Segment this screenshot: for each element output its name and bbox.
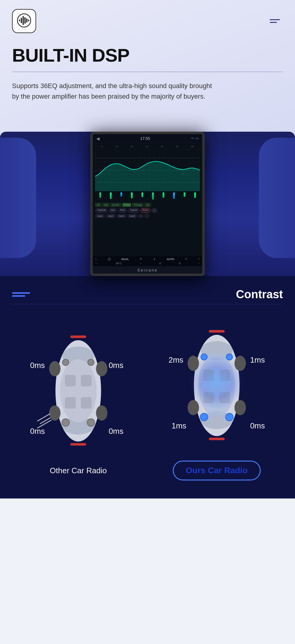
svg-point-42 [234,400,246,415]
ours-car-wrapper: 2ms 1ms [169,319,265,458]
eq-slider-7[interactable] [158,192,168,201]
vol-up-icon[interactable]: + [198,257,200,261]
device-screen: ◀ 17:55 〜 ▭ 5 10 15 20 25 30 36 [90,132,205,276]
dolby-button[interactable]: DOLBY [110,203,121,207]
other-timing-bot-right: 0ms [109,427,123,436]
home-icon[interactable]: ⌂ [95,257,97,261]
bottom-row2: ← 34°C ⬦ ⊝ 0 − [95,262,200,265]
eq-slider-6[interactable] [148,192,158,201]
svg-point-41 [188,400,199,415]
back-icon: ◀ [96,136,100,141]
ddd-button[interactable]: ddd [102,203,110,207]
popular-preset[interactable]: Popular [128,208,139,213]
contrast-lines-icon [12,292,30,297]
svg-point-15 [60,359,97,422]
svg-point-27 [88,359,94,365]
extra-button[interactable]: ●● [144,203,151,207]
classical-preset[interactable]: Classical [95,208,108,213]
ac-icon[interactable]: 🌡 [153,257,156,261]
eq-slider-8[interactable] [169,192,179,201]
user3-preset[interactable]: User3 [116,214,126,218]
ours-car-label-button[interactable]: Ours Car Radio [173,461,260,480]
wind-effect [36,417,53,427]
eq-freq-20: 20 [145,145,148,148]
other-car-label: Other Car Radio [50,466,107,475]
screen-bottombar: ⌂ ⏻ DUAL ❄ 🌡 AUTO ↺ + ← 34°C ⬦ ⊝ [93,256,202,266]
header-section: BUILT-IN DSP Supports 36EQ adjustment, a… [0,0,295,276]
brand-logo: Seicane [93,266,202,274]
page-title: BUILT-IN DSP [12,45,283,66]
eq-slider-9[interactable] [179,192,189,201]
svg-rect-19 [81,397,92,409]
eq-slider-10[interactable] [190,192,200,201]
eq-freq-5: 5 [101,145,103,148]
svg-rect-50 [209,438,225,440]
ours-timing-bot-left: 1ms [172,421,186,431]
svg-rect-18 [65,397,76,409]
contrast-line-2 [12,295,25,297]
eq-freq-10: 10 [115,145,118,148]
seat-icon[interactable]: ⊝ [159,262,161,265]
dts-button[interactable]: dts [95,203,101,207]
jazz-preset[interactable]: Jazz [109,208,117,213]
menu-button[interactable] [267,16,283,26]
svg-point-43 [200,413,208,421]
eq-slider-5[interactable] [137,192,147,201]
rock-preset[interactable]: Rock [118,208,127,213]
eq-freq-15: 15 [130,145,133,148]
climate-controls: ⌂ ⏻ DUAL ❄ 🌡 AUTO ↺ + [95,257,200,261]
info-preset[interactable]: ⓘ [151,208,157,213]
svg-rect-28 [70,443,86,445]
screen-status-icons: 〜 ▭ [191,136,199,141]
remove-preset[interactable]: - [144,214,149,218]
recycle-icon[interactable]: ↺ [185,257,187,261]
eq-slider-1[interactable]: C [95,192,105,201]
car-side-right [259,138,295,258]
eq-slider-3[interactable] [116,192,126,201]
other-car-svg [42,331,114,451]
power-icon[interactable]: ⏻ [108,257,111,261]
svg-rect-17 [81,375,92,386]
user1-preset[interactable]: User1 [95,214,105,218]
eq-freq-30: 30 [176,145,179,148]
svg-rect-2 [21,18,22,23]
auto-mode[interactable]: AUTO [166,258,174,261]
user2-preset[interactable]: User2 [106,214,116,218]
reset-preset[interactable]: Reset [141,208,150,213]
svg-rect-29 [70,335,86,338]
svg-rect-16 [65,375,76,386]
dual-mode[interactable]: DUAL [121,258,129,261]
fan-icon[interactable]: ⬦ [139,262,141,265]
temp-display: 34°C [116,262,122,265]
svg-rect-3 [23,16,24,25]
logo-box [12,9,36,33]
eq-sliders: C · [95,192,200,201]
srs-button[interactable]: SRS● [122,203,132,207]
nav-bar [12,9,283,33]
vol-down-icon[interactable]: − [198,262,200,265]
other-car-wrapper: 0ms 0ms [30,325,126,463]
user-presets: User1 User2 User3 User5 + - [95,213,200,219]
svg-point-26 [62,359,69,365]
svg-point-25 [87,419,95,426]
other-car-comparison: 0ms 0ms [12,325,144,475]
contrast-title: Contrast [236,288,283,301]
snowflake-icon[interactable]: ❄ [140,257,142,261]
through-button[interactable]: Through [132,203,144,207]
car-side-left [0,138,36,258]
eq-freq-25: 25 [161,145,163,148]
ours-timing-bot-right: 0ms [250,421,265,431]
eq-area: 5 10 15 20 25 30 36 [93,143,202,256]
back-nav-icon[interactable]: ← [95,262,98,265]
svg-rect-4 [24,17,26,24]
comparison-area: 0ms 0ms [12,319,283,480]
contrast-line-1 [12,292,30,294]
eq-slider-2[interactable]: · [106,192,116,201]
eq-slider-4[interactable] [127,192,137,201]
add-preset[interactable]: + [138,214,144,218]
temp-display-right: 0 [179,262,180,265]
device-container: ◀ 17:55 〜 ▭ 5 10 15 20 25 30 36 [12,114,283,276]
svg-rect-5 [26,18,27,23]
user5-preset[interactable]: User5 [127,214,137,218]
contrast-divider [12,304,283,304]
